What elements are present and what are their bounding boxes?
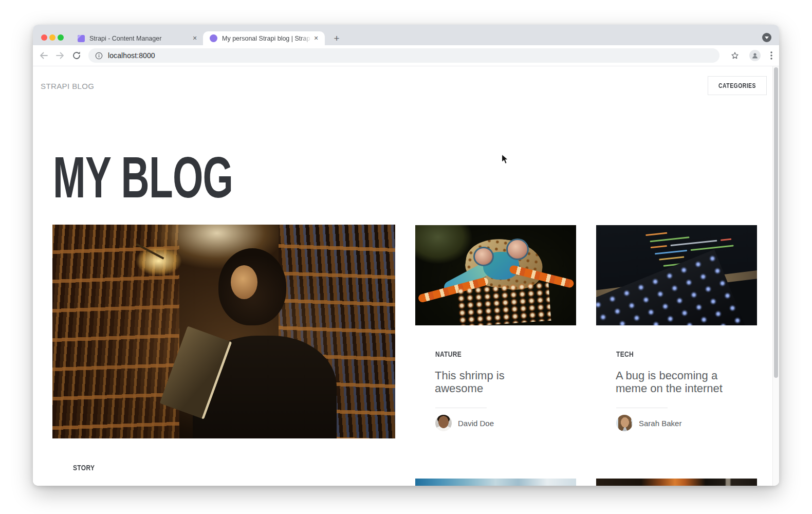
categories-button-label: CATEGORIES	[718, 82, 756, 89]
close-tab-icon[interactable]: ✕	[311, 34, 321, 43]
forward-icon[interactable]	[54, 49, 66, 62]
profile-avatar-button[interactable]	[749, 50, 761, 61]
article-image-tech[interactable]	[596, 225, 757, 325]
divider	[435, 408, 487, 408]
article-title[interactable]: A bug is becoming a meme on the internet	[616, 369, 736, 395]
article-category: STORY	[73, 463, 100, 472]
author-avatar	[616, 415, 633, 431]
minimize-window-button[interactable]	[49, 34, 56, 41]
article-image-partial[interactable]	[596, 479, 757, 486]
article-category: NATURE	[435, 350, 468, 358]
author-avatar	[435, 415, 452, 431]
tab-strapi-content-manager[interactable]: Strapi - Content Manager ✕	[74, 31, 202, 45]
bookmark-star-icon[interactable]	[729, 49, 741, 62]
new-tab-button[interactable]: +	[329, 31, 344, 46]
browser-toolbar: localhost:8000	[33, 45, 779, 66]
browser-window: Strapi - Content Manager ✕ My personal S…	[33, 25, 779, 486]
site-info-icon[interactable]	[95, 52, 103, 60]
author-name: David Doe	[458, 419, 494, 428]
scrollbar-thumb[interactable]	[774, 67, 778, 378]
categories-button[interactable]: CATEGORIES	[708, 76, 767, 95]
reload-icon[interactable]	[70, 49, 83, 62]
address-bar[interactable]: localhost:8000	[88, 48, 719, 63]
article-image-partial[interactable]	[415, 479, 576, 486]
close-tab-icon[interactable]: ✕	[190, 34, 199, 43]
article-category: TECH	[616, 350, 638, 358]
page-content: STRAPI BLOG CATEGORIES MY BLOG STORY	[33, 66, 779, 486]
site-brand[interactable]: STRAPI BLOG	[41, 82, 94, 90]
tab-title: My personal Strapi blog | Strap	[222, 35, 311, 42]
library-lamp	[136, 243, 164, 260]
tab-strip: Strapi - Content Manager ✕ My personal S…	[33, 25, 779, 45]
article-image-nature[interactable]	[415, 225, 576, 325]
close-window-button[interactable]	[41, 34, 47, 41]
back-icon[interactable]	[38, 49, 50, 62]
url-text[interactable]: localhost:8000	[108, 51, 155, 60]
tab-title: Strapi - Content Manager	[89, 35, 190, 42]
tab-my-personal-strapi-blog[interactable]: My personal Strapi blog | Strap ✕	[203, 31, 325, 45]
browser-menu-icon[interactable]	[767, 49, 776, 62]
tab-search-button[interactable]	[762, 33, 771, 42]
strapi-favicon	[78, 35, 85, 42]
fullscreen-window-button[interactable]	[58, 34, 64, 41]
mouse-cursor	[501, 154, 509, 165]
page-title: MY BLOG	[53, 154, 322, 201]
author-name: Sarah Baker	[639, 419, 681, 428]
divider	[616, 408, 668, 408]
page-scrollbar[interactable]	[772, 66, 779, 486]
article-image-story[interactable]	[52, 225, 395, 438]
article-title[interactable]: This shrimp is awesome	[435, 369, 532, 395]
blog-favicon	[210, 34, 217, 42]
